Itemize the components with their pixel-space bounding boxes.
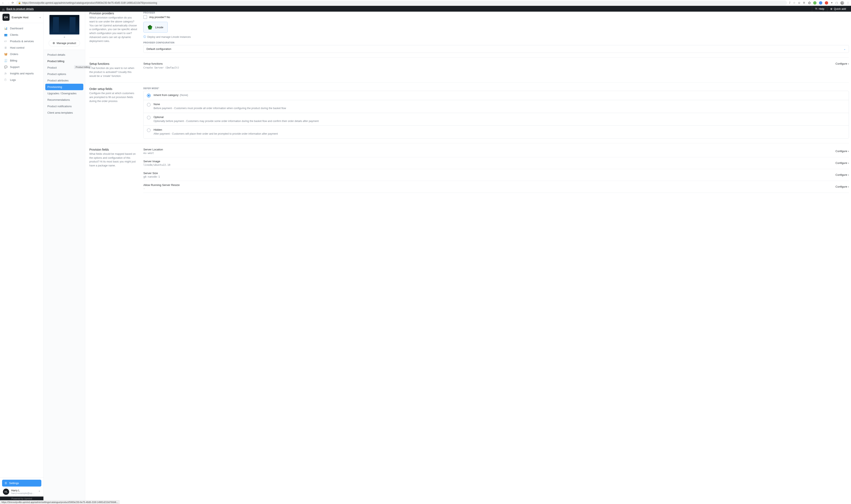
product-nav-attributes[interactable]: Product attributes bbox=[45, 77, 83, 84]
product-image bbox=[50, 15, 79, 35]
any-provider-checkbox[interactable] bbox=[143, 15, 147, 19]
left-rail: EH Example Host « 📊Dashboard👥Clients🏷Pro… bbox=[0, 12, 43, 501]
back-icon[interactable]: ← bbox=[2, 1, 4, 4]
collapse-sidebar-icon[interactable]: « bbox=[39, 16, 41, 19]
profile-avatar[interactable] bbox=[840, 1, 844, 5]
product-nav-provisioning[interactable]: Provisioning bbox=[45, 84, 83, 90]
chevron-right-icon: › bbox=[848, 149, 849, 153]
ext-blue-icon[interactable] bbox=[819, 1, 822, 4]
sidebar-item-label: Orders bbox=[10, 53, 18, 56]
shield-icon[interactable]: ⛨ bbox=[803, 1, 805, 4]
carousel-dot[interactable] bbox=[64, 37, 65, 38]
product-nav-product[interactable]: ProductProduct billing bbox=[45, 65, 83, 71]
sidebar-item-clients[interactable]: 👥Clients bbox=[0, 32, 43, 38]
manage-product-button[interactable]: ⚙ Manage product bbox=[49, 40, 80, 46]
brand-logo: EH bbox=[2, 14, 10, 21]
sidebar-item-orders[interactable]: 🧺Orders bbox=[0, 51, 43, 57]
configure-field[interactable]: Configure› bbox=[835, 149, 849, 153]
ext-red-icon[interactable] bbox=[825, 1, 828, 4]
plus-circle-icon: ⊕ bbox=[830, 7, 833, 11]
panel-icon[interactable]: ▢ bbox=[835, 1, 838, 4]
radio-icon bbox=[147, 116, 151, 120]
settings-button[interactable]: ☰ Settings bbox=[2, 480, 41, 487]
configure-field[interactable]: Configure› bbox=[835, 173, 849, 176]
sidebar-item-insights[interactable]: ◔Insights and reports bbox=[0, 70, 43, 77]
product-nav-details[interactable]: Product details bbox=[45, 52, 83, 58]
setup-functions-label: Setup functions bbox=[143, 62, 179, 65]
section-provision-providers: Provision providers Which provision conf… bbox=[89, 12, 849, 57]
provision-field-row: Server Locationeu-westConfigure› bbox=[143, 148, 849, 157]
user-avatar: HL bbox=[3, 489, 9, 495]
defer-option-none[interactable]: NoneBefore payment - Customers must prov… bbox=[144, 100, 849, 113]
chevron-right-icon: › bbox=[848, 185, 849, 188]
field-label: Server Location bbox=[143, 148, 163, 151]
sidebar-item-label: Products & services bbox=[10, 40, 34, 43]
radio-label: Inherit from category: (None) bbox=[153, 93, 188, 96]
provider-config-select[interactable]: Default configuration ⌄ bbox=[143, 45, 849, 53]
ext-green-icon[interactable] bbox=[813, 1, 816, 4]
field-value: linode/ubuntu22.10 bbox=[143, 163, 170, 166]
share-icon[interactable]: ⤴ bbox=[789, 1, 791, 4]
sidebar-item-label: Logs bbox=[10, 78, 16, 82]
brand-name: Example Host bbox=[12, 16, 29, 19]
manage-product-label: Manage product bbox=[57, 41, 76, 45]
user-menu[interactable]: HL Harry L harry+example@upmind.... ⌃ bbox=[2, 487, 41, 495]
product-nav-options[interactable]: Product options bbox=[45, 71, 83, 77]
chevron-right-icon: › bbox=[848, 173, 849, 176]
sidebar-item-dashboard[interactable]: 📊Dashboard bbox=[0, 25, 43, 32]
ext-icon[interactable]: ⊙ bbox=[798, 1, 800, 4]
reload-icon[interactable]: ⟳ bbox=[12, 1, 14, 4]
radio-icon bbox=[147, 94, 151, 97]
provider-config-label: PROVIDER CONFIGURATION bbox=[143, 41, 849, 44]
power-icon[interactable]: ⏻ bbox=[808, 1, 811, 4]
back-label: Back to product details bbox=[6, 7, 34, 11]
sidebar-item-label: Insights and reports bbox=[10, 72, 34, 75]
section-provision-fields: Provision fields What fields should be m… bbox=[89, 143, 849, 197]
url-bar[interactable]: 🔒 https://3mrvxolyv4br.upmind.app/admin/… bbox=[16, 1, 787, 5]
insights-icon: ◔ bbox=[4, 72, 7, 75]
product-nav-templates[interactable]: Client area templates bbox=[45, 109, 83, 116]
chevron-down-icon: ⌄ bbox=[844, 47, 846, 51]
radio-sublabel: Optionally before payment - Customers ma… bbox=[153, 120, 319, 123]
back-to-product[interactable]: ← Back to product details bbox=[2, 7, 34, 11]
browser-chrome: ← → ⟳ 🔒 https://3mrvxolyv4br.upmind.app/… bbox=[0, 0, 851, 6]
sidebar-item-label: Billing bbox=[10, 59, 17, 62]
billing-icon: 🧾 bbox=[4, 59, 7, 62]
puzzle-icon[interactable]: ✦ bbox=[831, 1, 833, 4]
sidebar-item-support[interactable]: 💬Support bbox=[0, 64, 43, 70]
defer-option-hidden[interactable]: HiddenAfter payment - Customers will pla… bbox=[144, 126, 849, 138]
help-button[interactable]: ?⃝ Help bbox=[812, 6, 827, 12]
configure-field[interactable]: Configure› bbox=[835, 161, 849, 164]
chevron-up-icon: ⌃ bbox=[38, 490, 40, 493]
product-nav-recommendations[interactable]: Recommendations bbox=[45, 96, 83, 103]
menu-icon[interactable]: ⋮ bbox=[847, 1, 849, 4]
configure-field[interactable]: Configure› bbox=[835, 185, 849, 188]
app-topbar: ← Back to product details ?⃝ Help ⊕ Quic… bbox=[0, 6, 851, 12]
orders-icon: 🧺 bbox=[4, 53, 7, 56]
field-value: g6-nanode-1 bbox=[143, 175, 160, 178]
sidebar-item-billing[interactable]: 🧾Billing bbox=[0, 57, 43, 64]
product-nav-notifications[interactable]: Product notifications bbox=[45, 103, 83, 109]
sidebar-item-label: Support bbox=[10, 66, 20, 69]
support-icon: 💬 bbox=[4, 66, 7, 69]
section-title: Order setup fields bbox=[89, 87, 137, 91]
radio-sublabel: After payment - Customers will place the… bbox=[153, 132, 278, 136]
any-provider-label: Any provider? No bbox=[149, 16, 170, 19]
sidebar-item-logs[interactable]: 🗒Logs bbox=[0, 77, 43, 83]
provider-linode[interactable]: Linode bbox=[143, 22, 168, 33]
linode-logo-icon bbox=[148, 25, 152, 30]
sidebar-item-label: Clients bbox=[10, 33, 18, 36]
configure-functions[interactable]: Configure › bbox=[835, 62, 849, 65]
product-nav-upgrades[interactable]: Upgrades / Downgrades bbox=[45, 90, 83, 96]
section-desc: Which provision configuration do you wan… bbox=[89, 16, 137, 43]
provision-field-row: Server Imagelinode/ubuntu22.10Configure› bbox=[143, 157, 849, 169]
product-nav-billing[interactable]: Product billing bbox=[45, 58, 83, 65]
bookmark-icon[interactable]: ☆ bbox=[793, 1, 796, 4]
sidebar-item-host-control[interactable]: 🖥Host control bbox=[0, 44, 43, 51]
defer-option-inherit[interactable]: Inherit from category: (None) bbox=[144, 91, 849, 100]
sidebar-item-products[interactable]: 🏷Products & services bbox=[0, 38, 43, 44]
defer-option-optional[interactable]: OptionalOptionally before payment - Cust… bbox=[144, 113, 849, 126]
provision-field-row: Server Sizeg6-nanode-1Configure› bbox=[143, 169, 849, 181]
defer-mode-label: DEFER MODE* bbox=[143, 87, 849, 90]
quick-add-button[interactable]: ⊕ Quick add bbox=[827, 6, 849, 12]
